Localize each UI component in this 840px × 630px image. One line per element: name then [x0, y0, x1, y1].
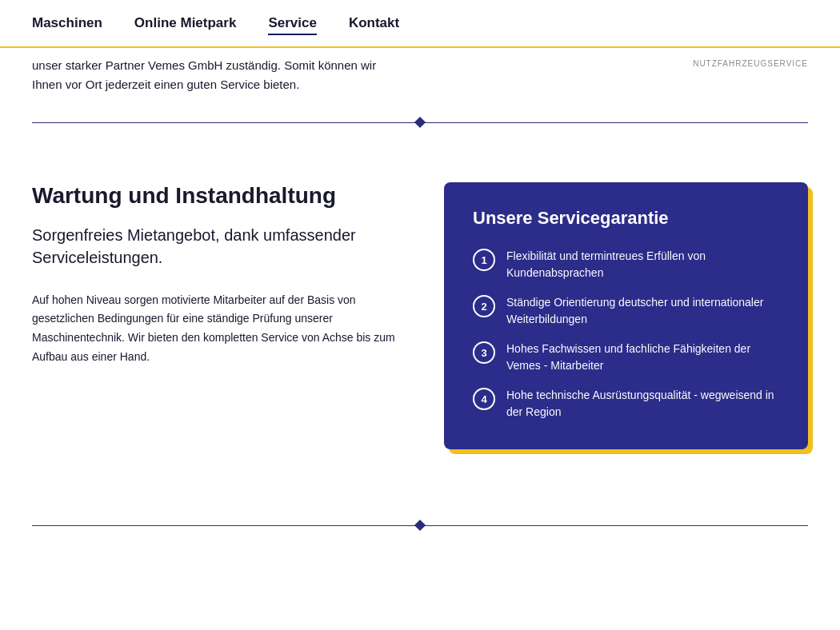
item-text-4: Hohe technische Ausrüstungsqualität - we… — [506, 387, 779, 421]
left-column: Wartung und Instandhaltung Sorgenfreies … — [32, 182, 396, 367]
item-text-3: Hohes Fachwissen und fachliche Fähigkeit… — [506, 341, 779, 374]
bottom-divider-line-right — [424, 525, 808, 526]
nav-list: Maschinen Online Mietpark Service Kontak… — [32, 15, 399, 31]
top-text-line2: Ihnen vor Ort jederzeit einen guten Serv… — [32, 78, 299, 91]
navbar: Maschinen Online Mietpark Service Kontak… — [0, 0, 840, 48]
nav-link-maschinen[interactable]: Maschinen — [32, 15, 102, 34]
service-card: Unsere Servicegarantie 1 Flexibilität un… — [444, 182, 808, 449]
right-column: Unsere Servicegarantie 1 Flexibilität un… — [444, 182, 808, 449]
top-right-label: NUTZFAHRZEUGSERVICE — [693, 59, 808, 68]
nav-link-online-mietpark[interactable]: Online Mietpark — [134, 15, 237, 34]
item-text-1: Flexibilität und termintreues Erfüllen v… — [506, 248, 779, 281]
item-number-4: 4 — [473, 388, 495, 410]
divider-line-right — [424, 122, 808, 123]
section-body: Auf hohen Niveau sorgen motivierte Mitar… — [32, 291, 396, 367]
divider-diamond — [414, 117, 426, 128]
section-subtitle: Sorgenfreies Mietangebot, dank umfassend… — [32, 224, 396, 269]
nav-item-service[interactable]: Service — [268, 15, 317, 31]
nav-link-kontakt[interactable]: Kontakt — [349, 15, 399, 34]
top-text-line1: unser starker Partner Vemes GmbH zuständ… — [32, 58, 376, 72]
main-section: Wartung und Instandhaltung Sorgenfreies … — [0, 134, 840, 497]
divider-line-left — [32, 122, 416, 123]
top-text: unser starker Partner Vemes GmbH zuständ… — [32, 56, 416, 94]
nav-item-online-mietpark[interactable]: Online Mietpark — [134, 15, 237, 31]
section-title: Wartung und Instandhaltung — [32, 182, 396, 209]
bottom-divider-line-left — [32, 525, 416, 526]
list-item: 3 Hohes Fachwissen und fachliche Fähigke… — [473, 341, 779, 374]
list-item: 4 Hohe technische Ausrüstungsqualität - … — [473, 387, 779, 421]
nav-item-kontakt[interactable]: Kontakt — [349, 15, 399, 31]
bottom-divider — [0, 521, 840, 529]
list-item: 2 Ständige Orientierung deutscher und in… — [473, 294, 779, 328]
nav-item-maschinen[interactable]: Maschinen — [32, 15, 102, 31]
item-number-3: 3 — [473, 341, 495, 364]
item-number-2: 2 — [473, 295, 495, 317]
list-item: 1 Flexibilität und termintreues Erfüllen… — [473, 248, 779, 281]
bottom-divider-diamond — [414, 520, 426, 531]
card-title: Unsere Servicegarantie — [473, 208, 779, 229]
nav-link-service[interactable]: Service — [268, 15, 317, 35]
item-text-2: Ständige Orientierung deutscher und inte… — [506, 294, 779, 328]
service-list: 1 Flexibilität und termintreues Erfüllen… — [473, 248, 779, 421]
top-divider — [0, 118, 840, 126]
item-number-1: 1 — [473, 249, 495, 271]
top-section: unser starker Partner Vemes GmbH zuständ… — [0, 48, 840, 110]
